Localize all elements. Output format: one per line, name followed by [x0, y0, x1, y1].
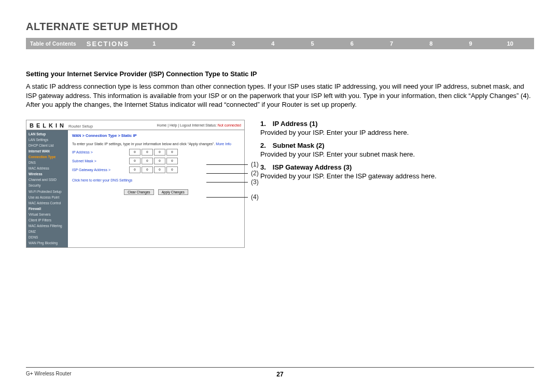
sidebar-item[interactable]: Virtual Servers — [26, 212, 68, 217]
footer-product: G+ Wireless Router — [26, 371, 72, 376]
belkin-logo: BELKIN — [30, 122, 66, 129]
def-ip-text: Provided by your ISP. Enter your IP addr… — [260, 129, 534, 136]
sidebar-item[interactable]: MAC Address — [26, 165, 68, 171]
intro-paragraph: A static IP address connection type is l… — [26, 82, 534, 109]
sidebar-item[interactable]: DMZ — [26, 229, 68, 234]
sidebar-item[interactable]: DNS — [26, 160, 68, 165]
sidebar-item[interactable]: Client IP Filters — [26, 217, 68, 223]
sidebar-item[interactable]: WAN Ping Blocking — [26, 240, 68, 246]
nav-section-4[interactable]: 4 — [253, 40, 292, 47]
sidebar-item[interactable]: Security — [26, 183, 68, 188]
nav-toc[interactable]: Table of Contents — [30, 41, 87, 47]
sidebar-item[interactable]: Use as Access Point — [26, 194, 68, 200]
nav-section-10[interactable]: 10 — [491, 40, 530, 47]
nav-section-8[interactable]: 8 — [411, 40, 451, 47]
router-screenshot: BELKIN Router Setup Home | Help | Logout… — [26, 120, 245, 248]
def-subnet-title: 2. Subnet Mask (2) — [260, 142, 534, 149]
sidebar-item[interactable]: Firewall — [26, 206, 68, 212]
subnet-mask-input[interactable]: 0000 — [129, 158, 178, 164]
page-title: ALTERNATE SETUP METHOD — [26, 21, 534, 33]
sidebar-item[interactable]: Channel and SSID — [26, 177, 68, 183]
sidebar-item[interactable]: MAC Address Filtering — [26, 223, 68, 229]
dns-settings-link[interactable]: Click here to enter your DNS Settings — [72, 178, 240, 182]
nav-sections-label: SECTIONS — [87, 40, 134, 48]
def-gateway-text: Provided by your ISP. Enter the ISP gate… — [260, 172, 534, 180]
sidebar-item[interactable]: Internet WAN — [26, 148, 68, 154]
gateway-label: ISP Gateway Address > — [72, 168, 129, 172]
router-instruction: To enter your Static IP settings, type i… — [72, 142, 240, 146]
nav-section-6[interactable]: 6 — [332, 40, 372, 47]
status-indicator: Not connected — [218, 123, 241, 127]
sidebar-item[interactable]: DHCP Client List — [26, 143, 68, 148]
def-subnet-text: Provided by your ISP. Enter your subnet … — [260, 150, 534, 158]
nav-section-1[interactable]: 1 — [134, 40, 174, 47]
ip-address-input[interactable]: 0000 — [129, 149, 178, 156]
gateway-input[interactable]: 0000 — [129, 166, 178, 173]
nav-section-2[interactable]: 2 — [174, 40, 214, 47]
section-nav: Table of Contents SECTIONS 12345678910 — [26, 38, 534, 49]
sidebar-item[interactable]: Wi-Fi Protected Setup — [26, 189, 68, 194]
router-sidebar: LAN SetupLAN SettingsDHCP Client ListInt… — [26, 130, 68, 247]
nav-section-5[interactable]: 5 — [292, 40, 332, 47]
page-number: 27 — [276, 371, 283, 378]
router-breadcrumb: WAN > Connection Type > Static IP — [72, 133, 240, 138]
definitions-list: 1. IP Address (1) Provided by your ISP. … — [260, 120, 534, 185]
sidebar-item[interactable]: MAC Address Control — [26, 200, 68, 206]
sidebar-item[interactable]: LAN Setup — [26, 131, 68, 137]
nav-section-3[interactable]: 3 — [214, 40, 253, 47]
router-setup-label: Router Setup — [68, 124, 93, 129]
more-info-link[interactable]: More Info — [216, 142, 231, 146]
clear-changes-button[interactable]: Clear Changes — [124, 189, 153, 195]
def-ip-title: 1. IP Address (1) — [260, 120, 534, 128]
subnet-mask-label: Subnet Mask > — [72, 159, 129, 163]
subheading: Setting your Internet Service Provider (… — [26, 70, 534, 78]
sidebar-item[interactable]: DDNS — [26, 234, 68, 240]
page-footer: G+ Wireless Router 27 — [26, 367, 534, 376]
nav-section-9[interactable]: 9 — [451, 40, 490, 47]
sidebar-item[interactable]: Connection Type — [26, 154, 68, 160]
router-header-links: Home | Help | Logout Internet Status: No… — [157, 123, 241, 127]
ip-address-label: IP Address > — [72, 150, 129, 154]
nav-section-7[interactable]: 7 — [372, 40, 411, 47]
apply-changes-button[interactable]: Apply Changes — [158, 189, 188, 195]
sidebar-item[interactable]: LAN Settings — [26, 137, 68, 143]
sidebar-item[interactable]: Wireless — [26, 171, 68, 177]
def-gateway-title: 3. ISP Gateway Address (3) — [260, 163, 534, 171]
